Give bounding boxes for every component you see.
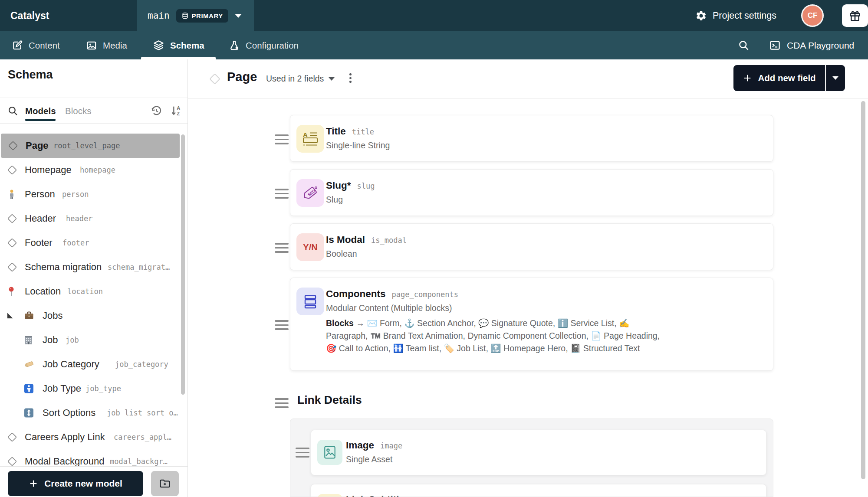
tab-schema[interactable]: Schema: [153, 31, 204, 59]
model-api-key: root_level_page: [53, 141, 120, 150]
chevron-down-icon: [832, 76, 838, 80]
field-card-slug[interactable]: SEO Slug* slug Slug: [290, 169, 773, 216]
field-card-link-subtitle[interactable]: A Link Subtitle: [311, 484, 766, 497]
create-new-model-button[interactable]: Create new model: [8, 471, 143, 496]
sidebar-item-footer[interactable]: Footer footer: [0, 231, 180, 255]
model-header: Page Used in 2 fields Add new field: [188, 59, 868, 99]
drag-handle[interactable]: [275, 133, 289, 146]
sidebar-footer: Create new model: [0, 466, 188, 497]
add-field-dropdown-button[interactable]: [826, 65, 845, 91]
diamond-icon: [7, 432, 18, 442]
diamond-icon: [7, 213, 18, 224]
tab-configuration-label: Configuration: [246, 40, 299, 51]
field-card-components[interactable]: Components page_components Modular Conte…: [290, 278, 773, 371]
office-building-icon: [24, 335, 35, 345]
divider: [0, 98, 188, 98]
image-icon: [86, 40, 97, 51]
gear-icon: [695, 10, 707, 22]
field-type: Slug: [326, 195, 343, 205]
sidebar-group-jobs[interactable]: Jobs: [0, 304, 180, 328]
history-button[interactable]: [150, 105, 162, 117]
sidebar-item-header[interactable]: Header header: [0, 206, 180, 231]
briefcase-icon: [24, 311, 35, 321]
plus-icon: [29, 479, 38, 488]
sidebar-item-person[interactable]: Person person: [0, 182, 180, 206]
terminal-icon: [769, 39, 781, 51]
model-name: Modal Background: [25, 456, 104, 467]
drag-handle[interactable]: [275, 242, 289, 254]
kebab-menu-button[interactable]: [347, 72, 354, 84]
sidebar-scrollbar[interactable]: [181, 134, 185, 395]
up-down-arrow-icon: [24, 408, 35, 418]
main-scrollbar[interactable]: [861, 101, 865, 479]
diamond-icon: [209, 73, 221, 85]
model-api-key: location: [67, 287, 103, 296]
field-title: Components: [326, 288, 386, 300]
search-icon: [738, 39, 750, 51]
add-new-field-split-button[interactable]: Add new field: [733, 65, 845, 91]
cda-playground-button[interactable]: CDA Playground: [769, 31, 854, 59]
model-api-key: job_category: [115, 360, 168, 369]
field-api-key: is_modal: [371, 236, 407, 245]
tab-blocks[interactable]: Blocks: [65, 106, 91, 116]
sort-button[interactable]: AZ: [170, 105, 182, 117]
page-title: Page: [227, 70, 257, 84]
collapse-triangle-icon[interactable]: [7, 313, 13, 319]
sidebar-item-job-type[interactable]: Job Type job_type: [0, 376, 180, 401]
project-settings-button[interactable]: Project settings: [695, 0, 776, 31]
field-card-title[interactable]: A Title title Single-line String: [290, 115, 773, 162]
fieldset-link-details: Image image Single Asset A Link Subtitle: [290, 419, 773, 497]
sidebar-item-careers-apply-link[interactable]: Careers Apply Link careers_appl…: [0, 425, 180, 449]
field-card-is-modal[interactable]: Y/N Is Modal is_modal Boolean: [290, 223, 773, 270]
usage-label: Used in 2 fields: [266, 74, 324, 84]
model-name: Careers Apply Link: [25, 432, 105, 443]
field-card-image[interactable]: Image image Single Asset: [311, 430, 766, 475]
cda-playground-label: CDA Playground: [787, 40, 854, 51]
drag-handle[interactable]: [275, 397, 289, 409]
model-name: Footer: [25, 237, 53, 248]
main-panel: Page Used in 2 fields Add new field A: [188, 59, 868, 497]
model-api-key: schema_migrat…: [108, 263, 170, 271]
model-name: Homepage: [25, 164, 72, 176]
tab-content[interactable]: Content: [12, 31, 60, 59]
sidebar-item-schema-migration[interactable]: Schema migration schema_migrat…: [0, 255, 180, 279]
sidebar-item-homepage[interactable]: Homepage homepage: [0, 158, 180, 182]
tab-configuration[interactable]: Configuration: [229, 31, 299, 59]
sidebar-item-job[interactable]: Job job: [0, 328, 180, 352]
add-folder-button[interactable]: [151, 471, 179, 496]
field-title: Image: [346, 440, 374, 451]
tab-media[interactable]: Media: [86, 31, 127, 59]
sidebar-item-job-category[interactable]: Job Category job_category: [0, 352, 180, 376]
field-title: Slug*: [326, 180, 351, 191]
global-search-button[interactable]: [738, 31, 750, 59]
diamond-icon: [7, 238, 18, 248]
chevron-down-icon: [329, 77, 335, 81]
usage-dropdown[interactable]: Used in 2 fields: [266, 74, 335, 84]
tab-content-label: Content: [29, 40, 60, 51]
drag-handle[interactable]: [275, 319, 289, 331]
field-api-key: slug: [357, 182, 375, 190]
drag-handle[interactable]: [296, 446, 309, 459]
model-name: Page: [26, 140, 49, 151]
add-new-field-button[interactable]: Add new field: [733, 65, 826, 91]
diamond-icon: [7, 456, 18, 467]
model-api-key: person: [62, 190, 89, 199]
blocks-label: Blocks: [326, 318, 354, 328]
blocks-summary: Blocks → ✉️ Form, ⚓ Section Anchor, 💬 Si…: [326, 317, 662, 355]
app-logo: Catalyst: [10, 0, 49, 31]
field-title: Is Modal: [326, 234, 365, 245]
model-api-key: footer: [62, 239, 89, 247]
avatar[interactable]: CF: [801, 4, 824, 27]
tab-models[interactable]: Models: [25, 106, 56, 116]
sidebar-item-location[interactable]: Location location: [0, 279, 180, 304]
model-api-key: careers_appl…: [114, 433, 171, 441]
sidebar: Schema Models Blocks AZ Page root_level_…: [0, 59, 188, 497]
drag-handle[interactable]: [275, 187, 289, 200]
navbar: Content Media Schema Configuration CDA P…: [0, 31, 868, 59]
gift-button[interactable]: [842, 4, 868, 27]
sidebar-item-page[interactable]: Page root_level_page: [1, 134, 180, 158]
sidebar-search-button[interactable]: [7, 105, 18, 116]
environment-switcher[interactable]: main PRIMARY: [137, 0, 254, 31]
svg-text:A: A: [303, 131, 308, 138]
sidebar-item-sort-options[interactable]: Sort Options job_list_sort_o…: [0, 401, 180, 425]
